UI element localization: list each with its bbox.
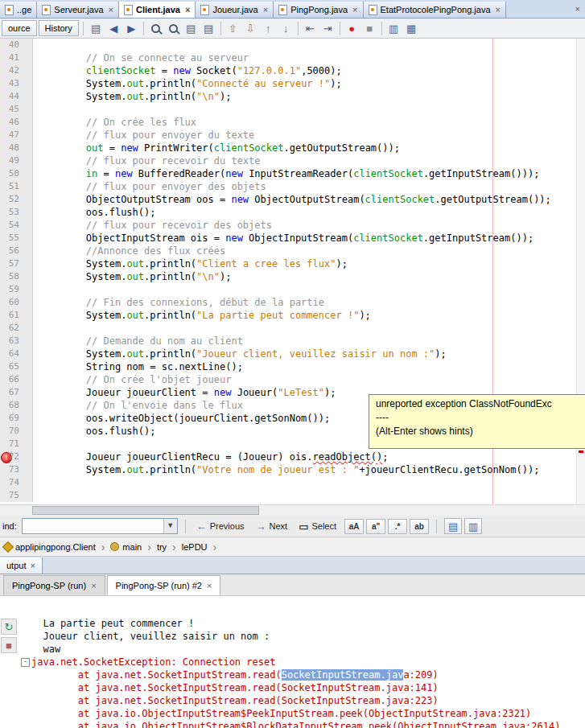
code-text[interactable] <box>33 39 39 51</box>
rerun-icon[interactable]: ↻ <box>1 619 17 635</box>
gutter-cell[interactable]: 62 <box>0 322 33 335</box>
close-output-icon[interactable]: × <box>30 561 35 570</box>
previous-bookmark-icon[interactable]: ⇧ <box>225 20 241 36</box>
whole-words-toggle[interactable]: a" <box>366 519 385 534</box>
regex-toggle[interactable]: .* <box>388 519 407 534</box>
code-text[interactable] <box>33 283 39 296</box>
copy-document-icon[interactable]: ▤ <box>183 20 200 36</box>
breadcrumb-item[interactable]: main <box>109 542 143 552</box>
file-tab[interactable]: ..ge <box>0 2 37 18</box>
code-text[interactable]: oos.flush(); <box>33 206 156 219</box>
search-history-icon[interactable]: ▤ <box>444 518 462 534</box>
gutter-cell[interactable]: 61 <box>0 309 33 322</box>
output-tab[interactable]: PingPong-SP (run) #2× <box>107 575 221 595</box>
gutter-cell[interactable]: 73 <box>0 463 33 476</box>
code-text[interactable]: // flux pour recevoir du texte <box>33 154 261 167</box>
previous-error-icon[interactable]: ↑ <box>260 20 277 36</box>
code-text[interactable]: System.out.println("\n"); <box>33 90 231 103</box>
source-view-button[interactable]: ource <box>2 20 37 36</box>
code-text[interactable]: System.out.println("Connecté au serveur … <box>33 77 342 90</box>
gutter-cell[interactable]: 53 <box>0 206 33 219</box>
close-tab-icon[interactable]: × <box>263 5 268 14</box>
output-line[interactable]: Joueur client, veuillez saisir un nom : <box>31 630 585 643</box>
output-line[interactable]: -java.net.SocketException: Connection re… <box>31 656 585 668</box>
code-text[interactable] <box>33 322 39 335</box>
close-tab-icon[interactable]: × <box>575 4 580 14</box>
output-line[interactable]: La partie peut commencer ! <box>31 617 585 630</box>
code-text[interactable] <box>33 103 39 116</box>
code-text[interactable]: System.out.println("Votre nom de joueur … <box>33 463 539 476</box>
output-line[interactable]: waw <box>31 643 585 656</box>
gutter-cell[interactable]: 68 <box>0 399 33 412</box>
gutter-cell[interactable]: 64 <box>0 348 33 360</box>
shift-right-icon[interactable]: ⇥ <box>319 20 336 36</box>
collapse-icon[interactable]: - <box>21 658 30 667</box>
next-error-icon[interactable]: ↓ <box>278 20 295 36</box>
breadcrumb-item[interactable]: applipingpong.Client <box>2 542 97 552</box>
match-case-toggle[interactable]: aA <box>344 519 364 534</box>
code-text[interactable]: String nom = sc.nextLine(); <box>33 360 243 373</box>
gutter-cell[interactable]: 60 <box>0 296 33 309</box>
gutter-cell[interactable]: 41 <box>0 51 33 64</box>
file-tab[interactable]: Serveur.java× <box>37 2 119 18</box>
forward-icon[interactable]: ▶ <box>123 20 140 36</box>
gutter-cell[interactable]: 69 <box>0 412 33 425</box>
code-text[interactable]: System.out.println("\n"); <box>33 270 231 283</box>
code-text[interactable]: System.out.println("Joueur client, veuil… <box>33 348 447 360</box>
gutter-cell[interactable]: 48 <box>0 142 33 154</box>
file-tab[interactable]: EtatProtocolePingPong.java× <box>364 2 506 18</box>
gutter-cell[interactable]: 45 <box>0 103 33 116</box>
code-text[interactable]: // flux pour recevoir des objets <box>33 219 272 232</box>
uncomment-icon[interactable]: ▦ <box>403 20 420 36</box>
gutter-cell[interactable]: 55 <box>0 232 33 245</box>
close-tab-icon[interactable]: × <box>352 5 357 14</box>
gutter-cell[interactable]: 70 <box>0 425 33 438</box>
code-text[interactable]: Joueur joueurClientRecu = (Joueur) ois.r… <box>33 450 389 463</box>
find-next-occurrence-icon[interactable] <box>165 20 182 36</box>
gutter-cell[interactable]: 58 <box>0 270 33 283</box>
output-line[interactable]: at java.net.SocketInputStream.read(Socke… <box>31 668 585 681</box>
history-view-button[interactable]: History <box>39 20 79 36</box>
error-stripe-mark[interactable] <box>579 450 583 453</box>
last-edit-icon[interactable]: ▤ <box>88 20 105 36</box>
code-text[interactable]: System.out.println("La partie peut comme… <box>33 309 371 322</box>
find-next-button[interactable]: → Next <box>253 520 291 533</box>
code-text[interactable] <box>33 489 39 502</box>
horizontal-scrollbar[interactable] <box>0 504 585 516</box>
gutter-cell[interactable]: 75 <box>0 489 33 502</box>
file-tab[interactable]: Joueur.java× <box>196 2 274 18</box>
gutter-cell[interactable]: 59 <box>0 283 33 296</box>
gutter-cell[interactable]: 43 <box>0 77 33 90</box>
code-text[interactable]: // Demande du nom au client <box>33 335 243 348</box>
gutter-cell[interactable]: 66 <box>0 373 33 386</box>
find-previous-button[interactable]: ← Previous <box>193 520 248 533</box>
find-selection-icon[interactable] <box>147 20 164 36</box>
code-text[interactable] <box>33 438 39 450</box>
code-text[interactable]: // flux pour envoyer du texte <box>33 129 254 142</box>
paste-document-icon[interactable]: ▤ <box>200 20 217 36</box>
stop-icon[interactable]: ■ <box>1 637 17 653</box>
code-text[interactable]: oos.flush(); <box>33 425 156 438</box>
code-text[interactable]: // On se connecte au serveur <box>33 51 249 64</box>
gutter-cell[interactable]: 57 <box>0 257 33 270</box>
file-tab[interactable]: Client.java× <box>119 2 196 18</box>
output-line[interactable]: at java.net.SocketInputStream.read(Socke… <box>31 681 585 694</box>
output-tab[interactable]: PingPong-SP (run)× <box>3 575 105 595</box>
code-text[interactable]: ObjectOutputStream oos = new ObjectOutpu… <box>33 193 551 206</box>
close-tab-icon[interactable]: × <box>496 5 501 14</box>
gutter-cell[interactable]: 51 <box>0 180 33 193</box>
breadcrumb-item[interactable]: lePDU <box>180 542 209 552</box>
code-text[interactable]: in = new BufferedReader(new InputStreamR… <box>33 167 539 180</box>
gutter-cell[interactable]: 40 <box>0 39 33 51</box>
gutter-cell[interactable]: 71 <box>0 438 33 450</box>
gutter-cell[interactable]: 74 <box>0 476 33 489</box>
gutter-cell[interactable]: 44 <box>0 90 33 103</box>
find-combo[interactable]: ▼ <box>22 518 178 534</box>
find-input[interactable] <box>23 520 163 533</box>
close-tab-icon[interactable]: × <box>91 581 96 590</box>
gutter-cell[interactable]: 63 <box>0 335 33 348</box>
output-line[interactable]: at java.io.ObjectInputStream$PeekInputSt… <box>31 707 585 720</box>
code-text[interactable]: clientSocket = new Socket("127.0.0.1",50… <box>33 64 342 77</box>
find-select-button[interactable]: ▭ Select <box>295 520 340 533</box>
code-text[interactable]: // flux pour envoyer des objets <box>33 180 266 193</box>
